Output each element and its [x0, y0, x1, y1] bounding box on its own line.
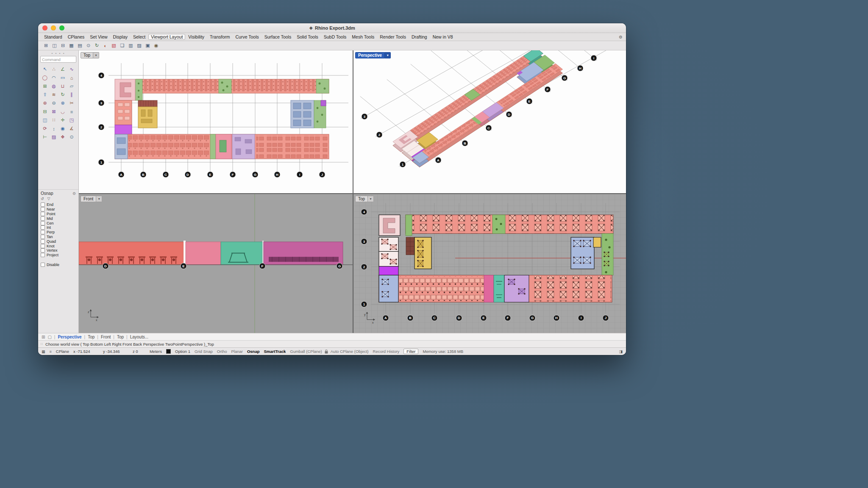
command-input[interactable] — [40, 56, 76, 63]
layer-color-swatch[interactable] — [166, 349, 171, 354]
cylinder-tool-icon[interactable]: ⊔ — [58, 82, 67, 90]
desk-pods[interactable] — [256, 135, 328, 158]
viewport-front-canvas[interactable]: zx DEFG — [79, 194, 353, 333]
desk-wing-north[interactable] — [136, 79, 329, 93]
status-toggle-grid-snap[interactable]: Grid Snap — [195, 349, 213, 354]
desk-wing-north[interactable] — [406, 215, 613, 233]
sphere-tool-icon[interactable]: ◍ — [50, 82, 58, 90]
zoom-lens-icon[interactable]: ⊙ — [85, 42, 92, 49]
viewport-tabs-icon[interactable]: ▤ — [76, 42, 83, 49]
osnap-knot[interactable]: Knot — [41, 244, 76, 248]
plane-tool-icon[interactable]: ▱ — [67, 82, 76, 90]
viewport-tabs-page-icon[interactable]: ▢ — [47, 335, 51, 339]
layer-button[interactable]: Option 1 — [175, 349, 190, 354]
dimension-tool-icon[interactable]: ⊢ — [41, 133, 49, 141]
osnap-disable[interactable]: Disable — [41, 263, 76, 267]
viewport-tabs-grid-icon[interactable]: ⊞ — [42, 335, 45, 339]
menu-select[interactable]: Select — [131, 34, 148, 40]
menu-render-tools[interactable]: Render Tools — [377, 34, 409, 40]
four-viewports-icon[interactable]: ▦ — [68, 42, 75, 49]
zoom-tool-icon[interactable]: ⊙ — [67, 133, 76, 141]
select-tool-icon[interactable]: ↖ — [41, 65, 49, 73]
rotate-view-icon[interactable]: ↻ — [93, 42, 100, 49]
status-toggle-osnap[interactable]: Osnap — [247, 349, 260, 354]
osnap-project[interactable]: Project — [41, 253, 76, 258]
menu-mesh-tools[interactable]: Mesh Tools — [349, 34, 377, 40]
checkbox[interactable] — [41, 235, 45, 239]
units-button[interactable]: Meters — [150, 349, 162, 354]
viewport-tab-layouts[interactable]: Layouts... — [130, 335, 148, 339]
osnap-gear-icon[interactable]: ⚙ — [72, 191, 76, 196]
viewport-top-2-canvas[interactable]: yx ABCDEFGHIJ4321 — [353, 194, 626, 333]
status-toggle-planar[interactable]: Planar — [231, 349, 242, 354]
status-toggle-record-history[interactable]: Record History — [373, 349, 400, 354]
menu-drafting[interactable]: Drafting — [409, 34, 430, 40]
status-toggle-gumball-cplane[interactable]: Gumball (CPlane) — [290, 349, 322, 354]
viewport-perspective-title[interactable]: Perspective ▾ — [355, 52, 391, 58]
viewport-perspective[interactable]: Perspective ▾ — [353, 50, 626, 193]
pane-toggle-icon[interactable]: ▦ — [42, 349, 45, 354]
menu-visibility[interactable]: Visibility — [186, 34, 207, 40]
minimize-window-button[interactable] — [51, 25, 56, 30]
osnap-near[interactable]: Near — [41, 207, 76, 212]
osnap-cursor-icon[interactable]: ↺ — [41, 197, 44, 201]
shaded-view-icon[interactable]: ◐ — [102, 42, 109, 49]
checkbox[interactable] — [41, 212, 45, 216]
osnap-end[interactable]: End — [41, 202, 76, 207]
menu-subd-tools[interactable]: SubD Tools — [321, 34, 349, 40]
zoom-window-button[interactable] — [59, 25, 64, 30]
viewport-perspective-canvas[interactable]: ABCDEFGHI123 — [353, 50, 626, 193]
planted-area[interactable] — [316, 79, 329, 93]
viewport-tab-top[interactable]: Top — [88, 335, 95, 339]
list-icon[interactable]: ≡ — [50, 349, 52, 354]
cplane-button[interactable]: CPlane — [56, 349, 69, 354]
hatch-tool-icon[interactable]: ▨ — [50, 133, 58, 141]
lockers[interactable] — [138, 100, 157, 107]
building-floorplan[interactable] — [115, 79, 329, 159]
viewport-top[interactable]: Top ▾ — [79, 50, 353, 193]
scale-tool-icon[interactable]: ↕ — [50, 125, 58, 133]
desk-rows[interactable] — [128, 135, 209, 158]
osnap-mid[interactable]: Mid — [41, 216, 76, 221]
trim-tool-icon[interactable]: ✂ — [67, 99, 76, 107]
room-magenta[interactable] — [484, 275, 494, 302]
osnap-point[interactable]: Point — [41, 212, 76, 216]
menu-transform[interactable]: Transform — [207, 34, 232, 40]
checkbox[interactable] — [41, 239, 45, 244]
menu-cplanes[interactable]: CPlanes — [65, 34, 87, 40]
close-window-button[interactable] — [42, 25, 47, 30]
osnap-quad[interactable]: Quad — [41, 239, 76, 244]
checkbox[interactable] — [41, 263, 45, 267]
mirror-tool-icon[interactable]: ◫ — [41, 116, 49, 124]
chevron-down-icon[interactable]: ▾ — [368, 196, 374, 202]
arc-tool-icon[interactable]: ◠ — [50, 74, 58, 82]
status-toggle-smarttrack[interactable]: SmartTrack — [264, 349, 286, 354]
room-gold[interactable] — [593, 237, 601, 247]
viewport-front-title[interactable]: Front ▾ — [81, 196, 102, 202]
checkbox[interactable] — [41, 253, 45, 257]
menu-standard[interactable]: Standard — [42, 34, 65, 40]
viewport-top-title[interactable]: Top ▾ — [81, 52, 99, 58]
lock-icon[interactable] — [325, 349, 328, 354]
fillet-tool-icon[interactable]: ◡ — [58, 108, 67, 116]
rotate-tool-icon[interactable]: ⟳ — [41, 125, 49, 133]
chevron-down-icon[interactable]: ▾ — [96, 196, 102, 202]
gear-icon[interactable]: ⚙ — [619, 35, 623, 39]
menu-set-view[interactable]: Set View — [87, 34, 110, 40]
viewport-tab-top[interactable]: Top — [117, 335, 124, 339]
split-tool-icon[interactable]: ⊟ — [41, 108, 49, 116]
viewport-layout-icon[interactable]: ⊞ — [42, 42, 50, 49]
boolean-union-tool-icon[interactable]: ⊕ — [41, 99, 49, 107]
menu-curve-tools[interactable]: Curve Tools — [233, 34, 262, 40]
new-layout-icon[interactable]: ❏ — [119, 42, 126, 49]
menu-display[interactable]: Display — [111, 34, 130, 40]
planted-area[interactable] — [219, 79, 231, 93]
chevron-down-icon[interactable]: ▾ — [385, 52, 391, 58]
chevron-down-icon[interactable]: ▾ — [93, 52, 99, 58]
osnap-vertex[interactable]: Vertex — [41, 248, 76, 253]
curve-tool-icon[interactable]: ∿ — [67, 65, 76, 73]
command-history-bar[interactable]: ∷ Choose world view ( Top Bottom Left Ri… — [38, 340, 626, 347]
osnap-perp[interactable]: Perp — [41, 230, 76, 235]
circle-tool-icon[interactable]: ◯ — [41, 74, 49, 82]
join-tool-icon[interactable]: ⊠ — [50, 108, 58, 116]
